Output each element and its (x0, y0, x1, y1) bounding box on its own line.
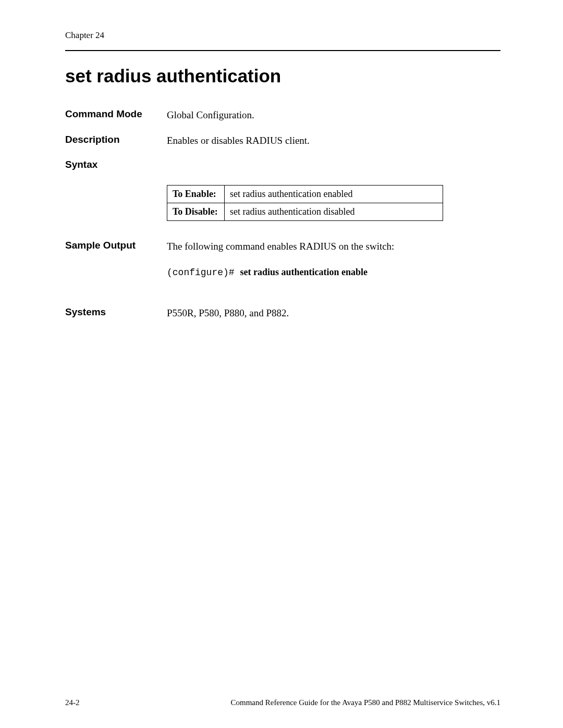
footer-page-number: 24-2 (65, 698, 80, 707)
systems-label: Systems (65, 306, 167, 318)
syntax-row: Syntax (65, 159, 500, 170)
page-footer: 24-2 Command Reference Guide for the Ava… (65, 698, 500, 707)
table-row: To Enable: set radius authentication ena… (167, 186, 443, 203)
sample-output-label: Sample Output (65, 240, 167, 251)
syntax-disable-value: set radius authentication disabled (225, 203, 443, 221)
header-rule (65, 50, 500, 51)
description-value: Enables or disables RADIUS client. (167, 134, 500, 147)
sample-output-row: Sample Output The following command enab… (65, 240, 500, 291)
table-row: To Disable: set radius authentication di… (167, 203, 443, 221)
syntax-table: To Enable: set radius authentication ena… (167, 185, 443, 221)
description-row: Description Enables or disables RADIUS c… (65, 134, 500, 147)
systems-value: P550R, P580, P880, and P882. (167, 306, 500, 320)
prompt-text: (configure)# (167, 267, 240, 278)
sample-output-intro: The following command enables RADIUS on … (167, 240, 500, 253)
command-text: set radius authentication enable (240, 267, 368, 277)
chapter-header: Chapter 24 (65, 30, 500, 41)
syntax-label: Syntax (65, 159, 167, 170)
syntax-enable-value: set radius authentication enabled (225, 186, 443, 203)
page-title: set radius authentication (65, 66, 500, 87)
syntax-enable-header: To Enable: (167, 186, 225, 203)
syntax-disable-header: To Disable: (167, 203, 225, 221)
sample-output-command-line: (configure)# set radius authentication e… (167, 266, 500, 279)
command-mode-value: Global Configuration. (167, 108, 500, 122)
description-label: Description (65, 134, 167, 145)
systems-row: Systems P550R, P580, P880, and P882. (65, 306, 500, 320)
sample-output-value: The following command enables RADIUS on … (167, 240, 500, 291)
command-mode-row: Command Mode Global Configuration. (65, 108, 500, 122)
footer-doc-title: Command Reference Guide for the Avaya P5… (230, 698, 500, 707)
command-mode-label: Command Mode (65, 108, 167, 120)
document-page: Chapter 24 set radius authentication Com… (0, 0, 563, 728)
